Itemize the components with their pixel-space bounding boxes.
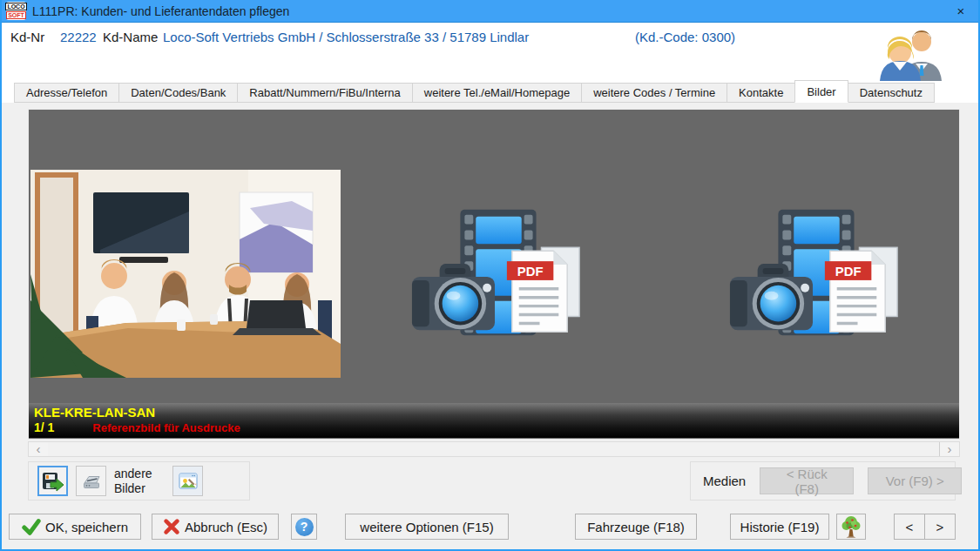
medien-label: Medien xyxy=(703,474,746,488)
window-title: L111PR: Kunden- und Lieferantendaten pfl… xyxy=(32,4,289,18)
kd-nr-value: 22222 xyxy=(60,30,97,44)
media-placeholder-icon[interactable] xyxy=(728,207,901,338)
image-caption-title: KLE-KRE-LAN-SAN xyxy=(29,403,959,420)
help-button[interactable]: ? xyxy=(291,514,317,540)
kd-code-value: (Kd.-Code: 0300) xyxy=(635,30,735,44)
fahrzeuge-button[interactable]: Fahrzeuge (F18) xyxy=(575,514,697,540)
tab-kontakte[interactable]: Kontakte xyxy=(727,83,795,103)
tab-rabatt-nummern-fibu-interna[interactable]: Rabatt/Nummern/FiBu/Interna xyxy=(237,83,412,103)
help-icon: ? xyxy=(295,518,314,536)
scrollbar-track[interactable] xyxy=(48,442,939,456)
tab-datenschutz[interactable]: Datenschutz xyxy=(848,83,935,103)
kd-name-label: Kd-Name xyxy=(103,30,158,44)
save-export-icon xyxy=(41,471,65,492)
image-editor-icon xyxy=(178,471,199,492)
tab-weitere-tel-email-homepage[interactable]: weitere Tel./eMail/Homepage xyxy=(412,83,582,103)
image-index: 1/ 1 xyxy=(34,420,54,435)
customer-persons-icon xyxy=(875,29,947,81)
title-bar[interactable]: LOCO SOFT L111PR: Kunden- und Lieferante… xyxy=(2,0,978,23)
weitere-optionen-button[interactable]: weitere Optionen (F15) xyxy=(345,514,509,540)
app-window: LOCO SOFT L111PR: Kunden- und Lieferante… xyxy=(0,0,980,551)
horizontal-scrollbar[interactable]: ‹ › xyxy=(28,441,960,457)
tab-daten-codes-bank[interactable]: Daten/Codes/Bank xyxy=(118,83,238,103)
andere-bilder-label: andere Bilder xyxy=(114,467,165,496)
record-next-button[interactable]: > xyxy=(924,514,956,540)
reference-image-note: Referenzbild für Ausdrucke xyxy=(92,420,240,435)
tab-weitere-codes-termine[interactable]: weitere Codes / Termine xyxy=(581,83,727,103)
medien-forward-button[interactable]: Vor (F9) > xyxy=(868,467,962,494)
close-icon[interactable]: × xyxy=(948,3,974,18)
customer-header: Kd-Nr 22222 Kd-Name Loco-Soft Vertriebs … xyxy=(2,23,978,83)
media-placeholder-icon[interactable] xyxy=(410,207,583,338)
image-caption-bar: KLE-KRE-LAN-SAN 1/ 1 Referenzbild für Au… xyxy=(29,403,959,438)
image-tools-group: andere Bilder xyxy=(28,461,250,501)
tab-adresse-telefon[interactable]: Adresse/Telefon xyxy=(14,83,119,103)
green-check-icon xyxy=(22,518,41,535)
scroll-left-icon[interactable]: ‹ xyxy=(29,442,48,456)
medien-nav-group: Medien < Rück (F8) Vor (F9) > xyxy=(690,461,956,501)
scanner-icon xyxy=(81,471,102,492)
red-cross-icon xyxy=(163,518,180,535)
historie-button[interactable]: Historie (F19) xyxy=(730,514,829,540)
scan-image-button[interactable] xyxy=(76,466,106,496)
kd-nr-label: Kd-Nr xyxy=(10,30,44,44)
cancel-button[interactable]: Abbruch (Esc) xyxy=(152,514,279,540)
tab-bilder[interactable]: Bilder xyxy=(794,80,848,103)
medien-back-button[interactable]: < Rück (F8) xyxy=(760,467,854,494)
tab-bar: Adresse/Telefon Daten/Codes/Bank Rabatt/… xyxy=(2,83,978,103)
edit-image-button[interactable] xyxy=(172,466,203,496)
customer-photo[interactable] xyxy=(30,170,341,378)
image-viewer-panel: KLE-KRE-LAN-SAN 1/ 1 Referenzbild für Au… xyxy=(28,109,960,440)
save-image-button[interactable] xyxy=(37,466,68,496)
record-prev-button[interactable]: < xyxy=(894,514,925,540)
loco-soft-logo-icon: LOCO SOFT xyxy=(6,2,26,20)
family-tree-button[interactable] xyxy=(836,514,866,540)
ok-save-button[interactable]: OK, speichern xyxy=(9,514,141,540)
kd-name-value: Loco-Soft Vertriebs GmbH / Schlosserstra… xyxy=(163,30,529,44)
scroll-right-icon[interactable]: › xyxy=(939,442,959,456)
tree-icon xyxy=(841,515,861,538)
